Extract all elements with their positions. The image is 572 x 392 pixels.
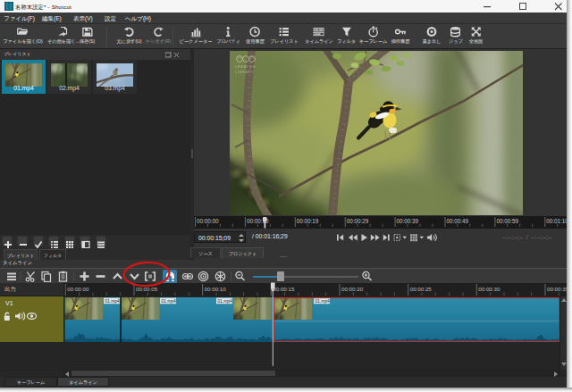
svg-text:00:00:20: 00:00:20 — [341, 286, 364, 292]
svg-text:00:00:25: 00:00:25 — [410, 286, 433, 292]
svg-text:01.mp4: 01.mp4 — [161, 298, 176, 304]
svg-text:00:00:39: 00:00:39 — [397, 218, 419, 224]
svg-text:00:00:19: 00:00:19 — [297, 218, 319, 224]
svg-text:00:00:10: 00:00:10 — [205, 286, 227, 292]
svg-text:01.mp4: 01.mp4 — [315, 298, 330, 304]
svg-text:00:00:30: 00:00:30 — [478, 286, 500, 292]
svg-text:00:00:35: 00:00:35 — [547, 286, 567, 292]
svg-text:00:00:49: 00:00:49 — [447, 218, 469, 224]
svg-text:00:00:00: 00:00:00 — [197, 218, 219, 224]
svg-text:01.mp4: 01.mp4 — [105, 298, 120, 304]
svg-text:01.mp4: 01.mp4 — [217, 298, 232, 304]
svg-text:00:00:00: 00:00:00 — [67, 286, 89, 292]
svg-text:00:00:29: 00:00:29 — [347, 218, 369, 224]
svg-text:00:00:59: 00:00:59 — [496, 218, 518, 224]
svg-text:00:01:10: 00:01:10 — [546, 218, 567, 224]
svg-text:00:00:15: 00:00:15 — [273, 286, 295, 292]
